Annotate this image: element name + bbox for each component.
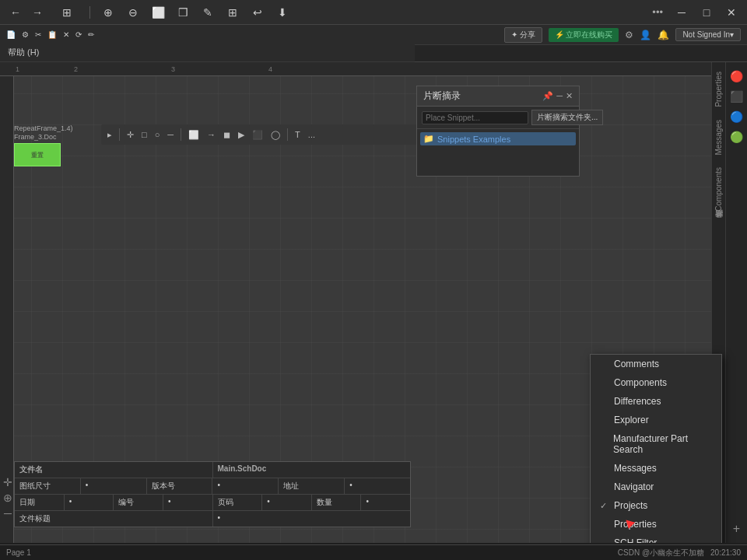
tb2-play-btn[interactable]: ▶	[235, 128, 247, 142]
cut-icon[interactable]: ✂	[35, 30, 41, 39]
ruler-mark-4: 4	[268, 65, 272, 73]
far-icon-brown[interactable]: ⬛	[729, 89, 745, 104]
minimize-button[interactable]: ─	[672, 3, 691, 22]
file-icon: 📄	[6, 30, 16, 39]
snippet-folder-item[interactable]: 📁 Snippets Examples	[420, 132, 576, 145]
watermark-text: CSDN @小幽余生不加糖	[618, 548, 704, 558]
tb2-black-btn[interactable]: ⬛	[249, 128, 266, 142]
bell-icon[interactable]: 🔔	[658, 30, 669, 40]
ctx-properties[interactable]: Properties	[591, 515, 721, 534]
component-rect[interactable]: 重置	[14, 143, 61, 166]
tb2-fill-btn[interactable]: ◼	[220, 128, 233, 142]
tab-components[interactable]: Components	[713, 161, 724, 218]
snippet-search-input[interactable]	[422, 111, 528, 124]
minus-icon[interactable]: ─	[4, 507, 12, 520]
refresh-icon[interactable]: ⟳	[75, 30, 82, 39]
back-button[interactable]: ←	[6, 3, 25, 22]
ctx-label-projects: Projects	[614, 500, 647, 511]
table-cell-1-3: 版本号	[147, 478, 213, 494]
ctx-explorer[interactable]: Explorer	[591, 411, 721, 429]
snippet-minimize-icon[interactable]: ─	[556, 91, 563, 101]
context-menu: Comments Components Differences Explorer…	[590, 354, 722, 543]
online-button[interactable]: ⚡ 立即在线购买	[549, 28, 619, 42]
zoom-in-button[interactable]: ⊕	[99, 3, 117, 22]
table-cell-2-3: 编号	[114, 495, 163, 510]
ctx-components[interactable]: Components	[591, 373, 721, 392]
page-indicator: Page 1	[6, 548, 31, 557]
far-icon-blue[interactable]: 🔵	[729, 109, 745, 124]
paste-icon[interactable]: 📋	[47, 30, 57, 39]
tb2-more-btn[interactable]: ...	[305, 128, 318, 141]
table-row-3: 文件标题 •	[15, 511, 410, 527]
ruler-mark-2: 2	[74, 65, 78, 73]
table-cell-1-2: •	[81, 478, 147, 494]
split-h-button[interactable]: ⬜	[149, 3, 167, 22]
add-panel-icon[interactable]: +	[729, 521, 745, 537]
tb2-circle-btn[interactable]: ○	[152, 128, 163, 141]
sep	[119, 128, 120, 141]
tb2-arrow-btn[interactable]: →	[204, 128, 219, 141]
bottom-table: 文件名 Main.SchDoc 图纸尺寸 • 版本号 • 地址 • 日期 • 编…	[14, 461, 411, 527]
tb2-cross-btn[interactable]: ✛	[124, 128, 137, 142]
crosshair2-icon[interactable]: ⊕	[3, 492, 12, 504]
sign-in-button[interactable]: Not Signed In▾	[675, 28, 741, 41]
share-button[interactable]: ✦ 分享	[504, 27, 542, 43]
settings-icon[interactable]: ⚙	[22, 30, 29, 39]
tb2-filter-btn[interactable]: ▸	[104, 128, 115, 142]
close-small-icon[interactable]: ✕	[63, 30, 69, 39]
table-cell-3-2: •	[213, 511, 411, 527]
snippet-header: 片断摘录 📌 ─ ✕	[417, 86, 579, 107]
download-button[interactable]: ⬇	[273, 3, 292, 22]
crosshair-icon[interactable]: ✛	[3, 476, 12, 488]
ctx-navigator[interactable]: Navigator	[591, 478, 721, 496]
ctx-comments[interactable]: Comments	[591, 355, 721, 373]
copy-button[interactable]: ⊞	[223, 3, 242, 22]
ctx-sch-filter[interactable]: SCH Filter	[591, 534, 721, 543]
undo-button[interactable]: ↩	[248, 3, 267, 22]
snippet-title: 片断摘录	[423, 89, 461, 103]
gear-icon[interactable]: ⚙	[625, 30, 633, 40]
ruler-horizontal: 1 2 3 4	[0, 62, 747, 76]
tb2-rect-btn[interactable]: □	[139, 128, 150, 141]
zoom-out-button[interactable]: ⊖	[124, 3, 142, 22]
snippet-content: 📁 Snippets Examples	[417, 129, 579, 176]
tab-snippets[interactable]: 片断摘录	[712, 218, 726, 230]
tb2-rect2-btn[interactable]: ⬜	[185, 128, 202, 142]
ctx-differences[interactable]: Differences	[591, 392, 721, 411]
info-bar-left: 📄 ⚙ ✂ 📋 ✕ ⟳ ✏	[6, 30, 94, 39]
tb2-line-btn[interactable]: ─	[164, 128, 177, 141]
tab-properties[interactable]: Properties	[713, 65, 724, 114]
table-cell-1-6: •	[345, 478, 410, 494]
grid-view-button[interactable]: ⊞	[53, 3, 81, 22]
close-button[interactable]: ✕	[722, 3, 741, 22]
tb2-ring-btn[interactable]: ◯	[268, 128, 283, 142]
tab-messages[interactable]: Messages	[713, 114, 724, 162]
snippet-close-icon[interactable]: ✕	[566, 91, 573, 101]
component-label2: Frame_3.Doc	[14, 133, 72, 142]
edit-button[interactable]: ✎	[198, 3, 217, 22]
more-options-icon[interactable]: •••	[649, 5, 666, 19]
table-cell-1-1: 图纸尺寸	[15, 478, 81, 494]
maximize-button[interactable]: □	[697, 3, 716, 22]
ctx-messages[interactable]: Messages	[591, 459, 721, 478]
forward-button[interactable]: →	[28, 3, 47, 22]
component-inner-text: 重置	[31, 150, 44, 159]
far-icon-green[interactable]: 🟢	[729, 129, 745, 145]
ctx-label-comments: Comments	[614, 359, 659, 369]
snippet-controls: 📌 ─ ✕	[542, 91, 573, 101]
table-cell-2-2: •	[65, 495, 114, 510]
snippet-pin-icon[interactable]: 📌	[542, 91, 553, 101]
ctx-projects[interactable]: ✓ Projects	[591, 496, 721, 515]
snippet-file-button[interactable]: 片断摘索文件夹...	[531, 110, 603, 125]
page-view-button[interactable]: ❒	[174, 3, 192, 22]
far-icon-red[interactable]: 🔴	[729, 68, 745, 84]
title-bar: ← → ⊞ ⊕ ⊖ ⬜ ❒ ✎ ⊞ ↩ ⬇ ••• ─ □ ✕	[0, 0, 747, 25]
pen-icon[interactable]: ✏	[88, 30, 94, 39]
tb2-text-btn[interactable]: T	[292, 128, 303, 141]
menu-help[interactable]: 帮助 (H)	[3, 45, 44, 60]
user-icon[interactable]: 👤	[640, 30, 651, 40]
folder-label: Snippets Examples	[437, 135, 510, 144]
ctx-manufacturer-part-search[interactable]: Manufacturer Part Search	[591, 429, 721, 459]
component-label1: RepeatFrame_1.4)	[14, 124, 72, 133]
canvas-area[interactable]: 1 2 3 4 ▸ ✛ □ ○ ─ ⬜ → ◼ ▶ ⬛ ◯ T ...	[0, 62, 747, 543]
